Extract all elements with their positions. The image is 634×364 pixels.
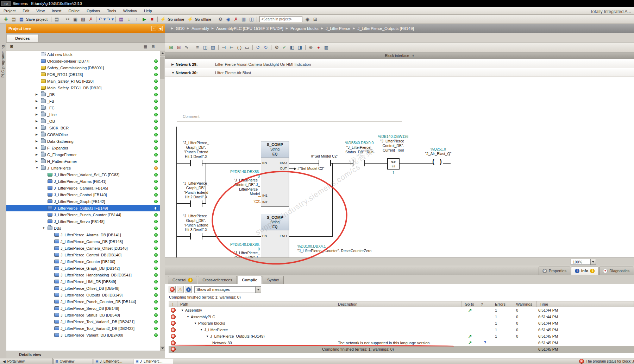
toolbar-icon[interactable]: ◉	[225, 16, 232, 23]
operand-label[interactable]: "J_LifterPierce_ Graph_DB". "Punch Exten…	[178, 141, 214, 159]
constant-label[interactable]: 'C2'	[246, 199, 260, 204]
ladder-toolbar-icon[interactable]: ●	[315, 44, 322, 51]
inspector-subtab[interactable]: Compile	[238, 276, 262, 284]
toolbar-icon[interactable]: ✗	[232, 16, 239, 23]
taskbar-tab[interactable]: ▣ J_LifterPierc...	[134, 359, 173, 364]
tab-info[interactable]: i Info i	[571, 267, 598, 275]
contact-status-run[interactable]	[353, 160, 365, 166]
network-30-header[interactable]: ▼ Network 30: Lifter Pierce Air Blast	[165, 69, 634, 77]
tree-expander-icon[interactable]: ▶	[36, 146, 41, 149]
tree-item[interactable]: ▶ COSMOline	[6, 131, 165, 138]
menu-item[interactable]: Project	[0, 8, 19, 14]
taskbar-status[interactable]: ✕ The program status for block 'J	[578, 359, 634, 364]
ladder-toolbar-icon[interactable]: ▦	[323, 44, 330, 51]
col-errors[interactable]: Errors	[492, 301, 513, 307]
breadcrumb-item[interactable]: ▶ AssemblyPLC [CPU 1516F-3 PN/DP]	[209, 26, 283, 31]
panel-header-icon[interactable]: ▫	[151, 26, 156, 31]
message-filter-dropdown[interactable]: Show all messages	[194, 286, 261, 293]
tree-item[interactable]: J_LifterPierce_Alarms [FB141]	[6, 178, 165, 185]
operand-label[interactable]: "J_LifterPierce_ Control_DB".J_ LifterPi…	[221, 251, 260, 257]
breadcrumb-item[interactable]: ▶ J_LifterPierce	[319, 26, 350, 31]
compile-message-row[interactable]: ✕ Network 30 The network is not supporte…	[169, 340, 634, 346]
tree-item[interactable]: ▶ _FC	[6, 104, 165, 111]
tree-item[interactable]: Main_Safety_RTG1 [FB20]	[6, 78, 165, 84]
tree-item[interactable]: J_LifterPierce_Punch_Counter_DB [DB144]	[6, 298, 165, 305]
tree-item[interactable]: ▶ _OB	[6, 118, 165, 124]
goto-arrow-icon[interactable]: ↗	[462, 334, 478, 339]
menu-item[interactable]: Edit	[19, 8, 33, 14]
coil-air-blast[interactable]: ( )	[432, 158, 444, 165]
tree-item[interactable]: J_LifterPierce_Variant_Sel_FC [FC83]	[6, 171, 165, 178]
operand-address[interactable]: %DB540.DBX0.0	[341, 141, 378, 145]
operand-label[interactable]: "J_LifterPierce_ Control_DB".J_ LifterPi…	[221, 178, 260, 196]
toolbar-icon[interactable]	[257, 17, 257, 22]
col-path[interactable]: Path	[177, 301, 335, 307]
ladder-toolbar-icon[interactable]	[218, 45, 219, 50]
compile-message-row[interactable]: ✕ ▼ J_LifterPierce 1 0 6:51:45 PM	[169, 327, 634, 333]
menu-item[interactable]: Help	[140, 8, 156, 14]
tree-expander-icon[interactable]: ▼	[36, 166, 41, 170]
tab-diagnostics[interactable]: + Diagnostics	[599, 267, 633, 275]
toolbar-icon[interactable]: ✚	[2, 16, 10, 23]
save-project-button[interactable]: Save project	[26, 17, 48, 21]
network-expander-icon[interactable]: ▼	[171, 71, 176, 75]
tree-expander-icon[interactable]: ▶	[36, 106, 41, 109]
toolbar-icon[interactable]: ▤	[53, 16, 60, 23]
toolbar-icon[interactable]: ▶	[141, 16, 148, 23]
tree-item[interactable]: ▼ DBs	[6, 225, 165, 231]
tree-item[interactable]: J_LifterPierce_Alarms_DB [DB141]	[6, 231, 165, 238]
col-time[interactable]: Time	[537, 301, 569, 307]
tree-item[interactable]: J_LifterPierce_Servo [FB148]	[6, 218, 165, 225]
col-status[interactable]: !	[169, 301, 177, 307]
tree-item[interactable]: J_LifterPierce_Punch_Counter [FB144]	[6, 211, 165, 218]
operand-label[interactable]: #"Sel Model C2"	[307, 154, 342, 159]
toolbar-icon[interactable]: ▦	[118, 16, 125, 23]
ladder-toolbar-icon[interactable]: ↻	[262, 44, 269, 51]
taskbar-tab[interactable]: ▣ J_LifterPierc...	[94, 359, 133, 364]
ladder-toolbar-icon[interactable]: ◧	[289, 44, 296, 51]
tree-expander-icon[interactable]: ▶	[36, 93, 41, 96]
ladder-toolbar-icon[interactable]: ✓	[281, 44, 288, 51]
tree-expander-icon[interactable]: ▶	[36, 153, 41, 156]
out-target-label[interactable]: #"Sel Model C2"	[297, 166, 324, 171]
tree-item[interactable]: ▼ J_LifterPierce	[6, 165, 165, 171]
tree-item[interactable]: J_LifterPierce_Graph [FB142]	[6, 198, 165, 205]
ladder-toolbar-icon[interactable]	[305, 45, 306, 50]
save-project-icon[interactable]: ▦	[18, 16, 25, 23]
ladder-toolbar-icon[interactable]: ≡	[194, 44, 201, 51]
toolbar-icon[interactable]: ↶ ▾	[98, 16, 106, 23]
dropdown-arrow-icon[interactable]	[590, 259, 596, 264]
menu-item[interactable]: Tools	[103, 8, 120, 14]
tree-item[interactable]: J_LifterPierce_Outputs_DB [DB149]	[6, 292, 165, 298]
tree-item[interactable]: J_LifterPierce_Camera_Offset [DB146]	[6, 245, 165, 251]
tree-item[interactable]: J_LifterPierce_Tool_Variant2_DB [DB2422]	[6, 325, 165, 332]
tree-item[interactable]: J_LifterPierce_HMI_DB [DB549]	[6, 278, 165, 285]
ladder-toolbar-icon[interactable]	[252, 45, 253, 50]
operand-label[interactable]: "J_LifterPierce_ Counter". ResetCounterZ…	[297, 249, 371, 253]
toolbar-icon[interactable]: ✗	[87, 16, 94, 23]
menu-item[interactable]: View	[33, 8, 48, 14]
operand-address[interactable]: %Q251.0	[420, 147, 457, 152]
row-expander-icon[interactable]: ▼	[200, 328, 204, 331]
tree-item[interactable]: Add new block	[6, 51, 165, 58]
tree-item[interactable]: J_LifterPierce_Offset_DB [DB548]	[6, 285, 165, 292]
tree-item[interactable]: J_LifterPierce_Varient_DB [DB2400]	[6, 332, 165, 338]
compile-message-row[interactable]: ✕ Compiling finished (errors: 1; warning…	[169, 346, 634, 353]
go-offline-icon[interactable]: ⚡	[187, 16, 194, 23]
tree-expander-icon[interactable]: ▼	[42, 226, 48, 230]
ladder-toolbar-icon[interactable]: ⊢	[228, 44, 235, 51]
tree-toolbar-icon[interactable]: ⊟	[150, 43, 157, 50]
tree-expander-icon[interactable]: ▶	[36, 120, 41, 123]
tree-item[interactable]: J_LifterPierce_Handshaking_DB [DB541]	[6, 272, 165, 278]
toolbar-icon[interactable]: ✂	[64, 16, 71, 23]
tree-item[interactable]: ▶ F_Expander	[6, 145, 165, 151]
tree-expander-icon[interactable]: ▶	[36, 140, 41, 143]
portal-view-button[interactable]: ◀ Portal view	[0, 358, 53, 364]
col-goto[interactable]: Go to	[462, 301, 478, 307]
toolbar-icon[interactable]: ◉	[304, 16, 311, 23]
network-29-header[interactable]: ▶ Network 29: Lifter Pierce Vision Camer…	[165, 60, 634, 68]
breadcrumb-item[interactable]: ▶ GI10	[169, 26, 184, 31]
tree-item[interactable]: FOB_RTG1 [OB123]	[6, 71, 165, 78]
tab-devices[interactable]: Devices	[7, 34, 38, 42]
goto-arrow-icon[interactable]: ↗	[462, 308, 478, 313]
